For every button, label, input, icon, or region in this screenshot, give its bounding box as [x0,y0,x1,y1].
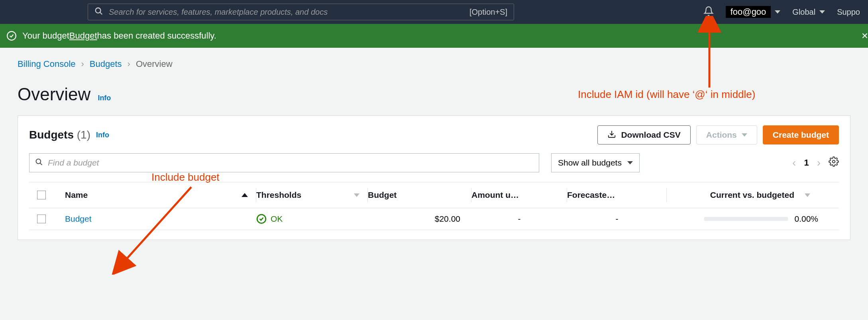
search-icon [94,7,103,18]
cell-amount: - [471,214,567,224]
pagination: ‹ 1 › [792,156,839,169]
progress-bar [704,217,788,221]
download-csv-button[interactable]: Download CSV [597,125,690,144]
settings-icon[interactable] [829,156,839,169]
find-placeholder: Find a budget [48,158,99,168]
table-row: Budget OK $20.00 - - 0.00% [29,208,839,230]
th-budget[interactable]: Budget [368,188,471,202]
th-thresholds[interactable]: Thresholds [256,188,368,202]
svg-point-4 [36,159,41,164]
panel-actions: Download CSV Actions Create budget [597,125,839,144]
panel-count: (1) [77,129,90,141]
download-icon [607,130,616,140]
page-info-link[interactable]: Info [98,94,111,102]
search-shortcut: [Option+S] [469,8,507,17]
th-checkbox [29,188,65,202]
banner-close-icon[interactable]: × [862,29,868,42]
chevron-down-icon [819,10,825,14]
cell-budget: $20.00 [368,214,471,224]
next-page-icon[interactable]: › [817,156,821,169]
top-nav: Search for services, features, marketpla… [0,0,868,24]
topnav-right: foo@goo Global Suppo [703,6,860,18]
table-header: Name Thresholds Budget Amount u… Forecas… [29,182,839,208]
banner-budget-link[interactable]: Budget [69,31,97,41]
th-name[interactable]: Name [65,188,256,202]
svg-line-5 [40,163,42,165]
search-placeholder: Search for services, features, marketpla… [109,8,469,17]
svg-point-2 [7,31,16,40]
support-menu[interactable]: Suppo [837,8,860,17]
success-check-icon [6,31,17,41]
breadcrumb-sep: › [128,59,130,69]
filter-select[interactable]: Show all budgets [551,153,640,172]
page-title: Overview [18,84,90,104]
budgets-table: Name Thresholds Budget Amount u… Forecas… [29,182,839,230]
global-search[interactable]: Search for services, features, marketpla… [88,4,514,20]
th-current[interactable]: Current vs. budgeted [667,188,818,202]
panel-title: Budgets (1) [29,129,90,141]
support-label: Suppo [837,8,860,17]
row-checkbox[interactable] [37,215,46,223]
cell-checkbox [29,215,65,223]
svg-point-6 [833,160,835,163]
sort-icon [354,193,359,197]
region-label: Global [792,8,815,17]
breadcrumb: Billing Console › Budgets › Overview [0,48,868,69]
svg-line-1 [100,12,102,14]
th-forecast[interactable]: Forecaste… [567,188,667,202]
cell-current: 0.00% [667,214,818,224]
cell-status: OK [256,214,368,224]
sort-asc-icon [242,193,248,197]
banner-text-suffix: has been created successfully. [97,31,216,41]
chevron-down-icon [627,161,633,164]
breadcrumb-budgets[interactable]: Budgets [90,59,122,69]
current-pct: 0.00% [794,214,818,224]
sort-icon [805,193,810,197]
filter-row: Find a budget Show all budgets ‹ 1 › [29,153,839,172]
page-header: Overview Info [0,69,868,115]
search-icon [35,158,43,168]
account-menu[interactable]: foo@goo [726,6,781,18]
chevron-down-icon [742,133,747,137]
select-all-checkbox[interactable] [37,191,46,199]
region-menu[interactable]: Global [792,8,825,17]
find-budget-input[interactable]: Find a budget [29,153,539,172]
budgets-panel: Budgets (1) Info Download CSV Actions Cr… [18,115,850,240]
actions-button[interactable]: Actions [696,125,757,144]
budget-name-link[interactable]: Budget [65,214,256,224]
user-id: foo@goo [726,6,771,18]
breadcrumb-sep: › [81,59,84,69]
page-number: 1 [804,158,809,168]
prev-page-icon[interactable]: ‹ [792,156,796,169]
th-amount[interactable]: Amount u… [471,188,567,202]
svg-point-0 [96,8,101,13]
breadcrumb-billing[interactable]: Billing Console [18,59,76,69]
breadcrumb-current: Overview [136,59,173,69]
panel-info-link[interactable]: Info [96,131,109,139]
chevron-down-icon [775,10,780,14]
panel-header: Budgets (1) Info Download CSV Actions Cr… [29,125,839,144]
banner-text-prefix: Your budget [22,31,69,41]
create-budget-button[interactable]: Create budget [763,125,839,144]
success-banner: Your budget Budget has been created succ… [0,24,868,48]
notifications-icon[interactable] [703,6,714,18]
cell-forecast: - [567,214,667,224]
